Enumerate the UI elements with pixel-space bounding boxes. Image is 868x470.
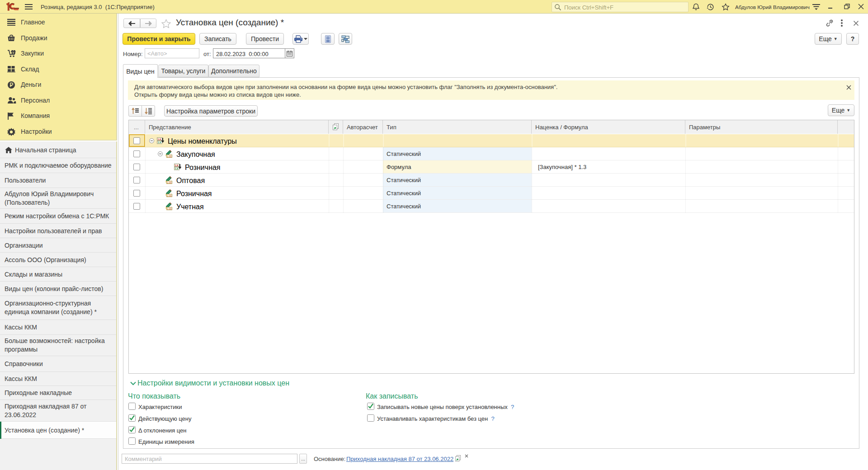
svg-text:1.00: 1.00 <box>167 155 172 158</box>
svg-text:1.00: 1.00 <box>167 194 172 197</box>
svg-text:1.9: 1.9 <box>158 141 161 144</box>
svg-text:1.00: 1.00 <box>167 181 172 184</box>
svg-text:1.00: 1.00 <box>167 207 172 210</box>
svg-text:1.9: 1.9 <box>175 167 179 170</box>
svg-text:1.9: 1.9 <box>175 164 179 167</box>
svg-text:1.9: 1.9 <box>158 138 161 141</box>
